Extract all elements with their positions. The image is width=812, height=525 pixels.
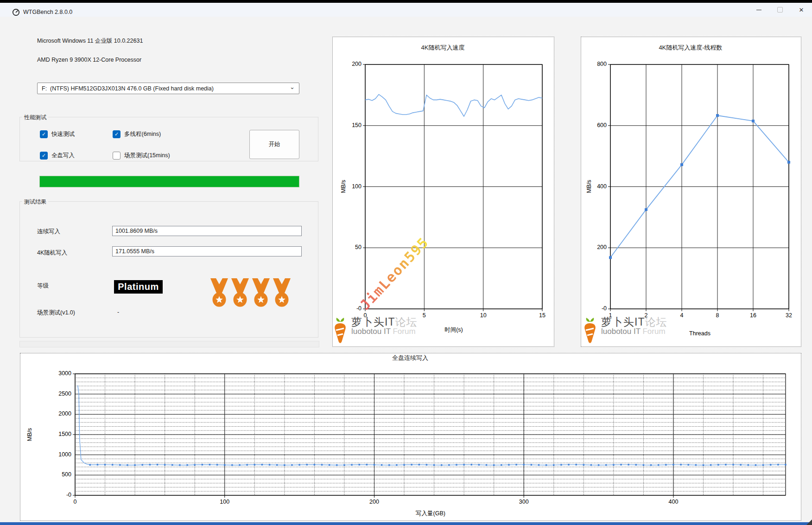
fulldisk-chart-y-tick: 1000 — [51, 451, 71, 458]
threads-chart-x-tick: 8 — [707, 312, 728, 319]
checkbox-2[interactable]: ✓多线程(6mins) — [113, 130, 161, 138]
time-chart-y-tick: 50 — [341, 244, 362, 250]
os-info: Microsoft Windows 11 企业版 10.0.22631 — [37, 37, 143, 45]
time-chart-x-tick: 15 — [532, 312, 552, 319]
threads-chart-plot — [610, 64, 789, 309]
time-chart-y-tick: 200 — [341, 61, 362, 67]
fulldisk-chart-x-tick: 300 — [514, 499, 534, 505]
results-group-label: 测试结果 — [22, 198, 48, 206]
maximize-icon — [777, 7, 783, 13]
threads-chart-y-tick: 800 — [586, 61, 607, 67]
fulldisk-chart-y-tick: 3000 — [51, 370, 71, 377]
carrot-icon — [332, 316, 349, 344]
medal-icon — [272, 278, 292, 307]
time-chart-y-tick: 100 — [341, 183, 362, 190]
maximize-button[interactable] — [769, 3, 791, 17]
drive-select[interactable]: F: (NTFS) HFM512GD3JX013N 476.0 GB (Fixe… — [37, 83, 299, 94]
start-button[interactable]: 开始 — [249, 130, 299, 159]
minimize-button[interactable] — [748, 3, 769, 17]
forum-logo-left: 萝卜头IT论坛 luobotou IT Forum — [332, 316, 417, 344]
close-button[interactable]: ✕ — [791, 3, 812, 17]
medal-icons — [209, 278, 292, 307]
checkbox-4[interactable]: 场景测试(15mins) — [113, 152, 170, 160]
checkbox-unchecked-icon — [113, 152, 121, 160]
threads-chart-x-tick: 1 — [600, 312, 621, 319]
fulldisk-chart-plot — [75, 374, 786, 495]
time-chart-x-tick: 0 — [355, 312, 375, 319]
medal-icon — [251, 278, 271, 307]
grade-label: 等级 — [37, 282, 49, 290]
threads-chart-y-tick: 400 — [586, 183, 607, 190]
fulldisk-chart-y-tick: 1500 — [51, 431, 71, 437]
checkbox-1[interactable]: ✓快速测试 — [40, 130, 75, 138]
chevron-down-icon: ⌄ — [290, 83, 295, 90]
logo-en-light-text: Forum — [393, 327, 415, 336]
threads-chart-x-tick: 16 — [743, 312, 763, 319]
threads-chart-x-tick: 32 — [779, 312, 799, 319]
drive-select-value: F: (NTFS) HFM512GD3JX013N 476.0 GB (Fixe… — [38, 85, 214, 92]
fulldisk-chart-x-tick: 400 — [663, 499, 684, 505]
time-chart-x-tick: 10 — [473, 312, 494, 319]
wtgbench-window: WTGBench 2.8.0.0 ✕ Microsoft Windows 11 … — [0, 0, 812, 525]
logo-en-light-text: Forum — [642, 327, 665, 336]
medal-icon — [209, 278, 229, 307]
progress-bar — [39, 176, 299, 187]
fulldisk-chart-y-tick: -0 — [51, 492, 71, 498]
time-chart-x-tick: 5 — [414, 312, 434, 319]
checkbox-label: 全盘写入 — [51, 152, 75, 160]
seq-write-value: 1001.8609 MB/s — [115, 228, 158, 234]
rand-write-label: 4K随机写入 — [37, 249, 67, 257]
fulldisk-chart-x-tick: 200 — [364, 499, 384, 505]
status-strip — [19, 341, 319, 347]
checkbox-3[interactable]: ✓全盘写入 — [40, 152, 75, 160]
time-chart-y-tick: -0 — [341, 305, 362, 312]
logo-en-text: luobotou IT — [351, 327, 393, 336]
threads-chart-x-tick: 2 — [636, 312, 656, 319]
carrot-icon — [582, 316, 598, 344]
checkbox-label: 快速测试 — [51, 130, 75, 138]
fulldisk-chart-y-tick: 2500 — [51, 391, 71, 397]
checkbox-label: 多线程(6mins) — [124, 130, 161, 138]
time-chart-y-tick: 150 — [341, 122, 362, 128]
fulldisk-chart-xlabel: 写入量(GB) — [403, 510, 458, 518]
logo-en-text: luobotou IT — [601, 327, 642, 336]
time-chart-title: 4K随机写入速度 — [332, 44, 553, 52]
cpu-info: AMD Ryzen 9 3900X 12-Core Processor — [37, 57, 141, 63]
forum-logo-right: 萝卜头IT论坛 luobotou IT Forum — [582, 316, 667, 344]
checkbox-checked-icon: ✓ — [40, 130, 48, 138]
scenario-value: - — [117, 309, 119, 315]
grade-badge: Platinum — [114, 280, 163, 294]
fulldisk-chart-y-tick: 500 — [51, 471, 71, 478]
checkbox-checked-icon: ✓ — [113, 130, 121, 138]
threads-chart-y-tick: 600 — [586, 122, 607, 128]
results-group — [19, 201, 318, 338]
time-chart-xlabel: 时间(s) — [426, 326, 482, 334]
threads-chart-title: 4K随机写入速度-线程数 — [581, 44, 800, 52]
scenario-label: 场景测试(v1.0) — [37, 309, 75, 317]
seq-write-label: 连续写入 — [37, 228, 60, 236]
window-title: WTGBench 2.8.0.0 — [23, 9, 72, 15]
fulldisk-chart-x-tick: 0 — [65, 499, 85, 505]
title-bar[interactable]: WTGBench 2.8.0.0 — [0, 3, 812, 17]
checkbox-checked-icon: ✓ — [40, 152, 48, 160]
seq-write-value-field[interactable]: 1001.8609 MB/s — [112, 226, 302, 236]
threads-chart-xlabel: Threads — [672, 330, 728, 337]
resize-grip[interactable] — [806, 519, 812, 525]
threads-chart-x-tick: 4 — [672, 312, 692, 319]
fulldisk-chart-y-tick: 2000 — [51, 410, 71, 417]
bottom-accent-strip — [0, 522, 812, 525]
rand-write-value-field[interactable]: 171.0555 MB/s — [112, 246, 302, 256]
fulldisk-chart-x-tick: 100 — [215, 499, 235, 505]
close-icon: ✕ — [799, 6, 804, 13]
gauge-app-icon — [12, 8, 20, 16]
threads-chart-y-tick: 200 — [586, 244, 607, 250]
fulldisk-chart-title: 全盘连续写入 — [20, 354, 800, 362]
rand-write-value: 171.0555 MB/s — [115, 248, 154, 255]
checkbox-label: 场景测试(15mins) — [124, 152, 170, 160]
fulldisk-chart-ylabel: MB/s — [26, 421, 33, 448]
threads-chart-y-tick: -0 — [586, 305, 607, 312]
medal-icon — [230, 278, 250, 307]
minimize-icon — [756, 10, 761, 10]
perf-test-group-label: 性能测试 — [22, 114, 48, 122]
